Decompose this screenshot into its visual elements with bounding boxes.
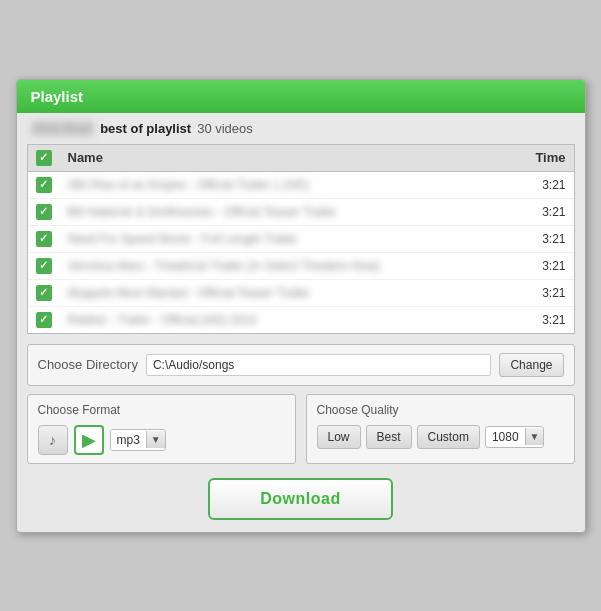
- format-controls: ♪ ▶ mp3 ▼: [38, 425, 285, 455]
- format-value-label: mp3: [111, 430, 146, 450]
- row-time-1: 3:21: [516, 205, 566, 219]
- format-panel: Choose Format ♪ ▶ mp3 ▼: [27, 394, 296, 464]
- header-time-col: Time: [516, 150, 566, 165]
- select-all-checkbox[interactable]: [36, 150, 52, 166]
- table-row: Bill Haberstr & Smithsonian - Official T…: [28, 199, 574, 226]
- custom-quality-button[interactable]: Custom: [417, 425, 480, 449]
- header-name-col: Name: [68, 150, 516, 165]
- download-button[interactable]: Download: [208, 478, 392, 520]
- change-directory-button[interactable]: Change: [499, 353, 563, 377]
- title-label: Playlist: [31, 88, 84, 105]
- download-area: Download: [17, 464, 585, 532]
- row-name-0: 360 Rise of an Empire - Official Trailer…: [68, 178, 516, 192]
- row-name-5: Riddick - Trailer - Official (HD) 2014: [68, 313, 516, 327]
- quality-value-label: 1080: [486, 427, 525, 447]
- row-checkbox-4[interactable]: [36, 285, 52, 301]
- row-checkbox-cell: [36, 177, 68, 193]
- directory-label: Choose Directory: [38, 357, 138, 372]
- row-time-4: 3:21: [516, 286, 566, 300]
- row-checkbox-3[interactable]: [36, 258, 52, 274]
- low-quality-button[interactable]: Low: [317, 425, 361, 449]
- directory-section: Choose Directory Change: [27, 344, 575, 386]
- table-rows-container: 360 Rise of an Empire - Official Trailer…: [28, 172, 574, 333]
- row-checkbox-cell: [36, 312, 68, 328]
- quality-dropdown-arrow[interactable]: ▼: [525, 428, 544, 445]
- row-checkbox-5[interactable]: [36, 312, 52, 328]
- quality-controls: Low Best Custom 1080 ▼: [317, 425, 564, 449]
- quality-panel: Choose Quality Low Best Custom 1080 ▼: [306, 394, 575, 464]
- playlist-table: Name Time 360 Rise of an Empire - Offici…: [27, 144, 575, 334]
- playlist-count: 30 videos: [197, 121, 253, 136]
- row-checkbox-2[interactable]: [36, 231, 52, 247]
- best-quality-button[interactable]: Best: [366, 425, 412, 449]
- row-time-3: 3:21: [516, 259, 566, 273]
- row-name-3: Veronica Mars - Theatrical Trailer (In S…: [68, 259, 516, 273]
- row-name-4: Muppets Most Wanted - Official Teaser Tr…: [68, 286, 516, 300]
- row-checkbox-cell: [36, 258, 68, 274]
- table-header: Name Time: [28, 145, 574, 172]
- quality-panel-label: Choose Quality: [317, 403, 564, 417]
- table-row: Muppets Most Wanted - Official Teaser Tr…: [28, 280, 574, 307]
- format-panel-label: Choose Format: [38, 403, 285, 417]
- row-name-1: Bill Haberstr & Smithsonian - Official T…: [68, 205, 516, 219]
- table-row: Need For Speed Movie - Full Length Trail…: [28, 226, 574, 253]
- row-checkbox-cell: [36, 285, 68, 301]
- playlist-owner: Rick Ruyt: [31, 121, 95, 136]
- playlist-name: best of playlist: [100, 121, 191, 136]
- table-row: Riddick - Trailer - Official (HD) 2014 3…: [28, 307, 574, 333]
- main-window: Playlist Rick Ruyt best of playlist 30 v…: [16, 79, 586, 533]
- format-select-wrapper: mp3 ▼: [110, 429, 166, 451]
- row-time-2: 3:21: [516, 232, 566, 246]
- row-time-5: 3:21: [516, 313, 566, 327]
- play-icon-button[interactable]: ▶: [74, 425, 104, 455]
- header-check-col: [36, 150, 68, 166]
- music-note-icon: ♪: [49, 432, 56, 448]
- format-dropdown-arrow[interactable]: ▼: [146, 431, 165, 448]
- row-time-0: 3:21: [516, 178, 566, 192]
- row-name-2: Need For Speed Movie - Full Length Trail…: [68, 232, 516, 246]
- playlist-info: Rick Ruyt best of playlist 30 videos: [17, 113, 585, 144]
- title-bar: Playlist: [17, 80, 585, 113]
- row-checkbox-1[interactable]: [36, 204, 52, 220]
- play-circle-icon: ▶: [82, 429, 96, 451]
- audio-icon-button[interactable]: ♪: [38, 425, 68, 455]
- bottom-panels: Choose Format ♪ ▶ mp3 ▼ Choose Quality L…: [27, 394, 575, 464]
- row-checkbox-cell: [36, 231, 68, 247]
- table-row: Veronica Mars - Theatrical Trailer (In S…: [28, 253, 574, 280]
- table-row: 360 Rise of an Empire - Official Trailer…: [28, 172, 574, 199]
- row-checkbox-0[interactable]: [36, 177, 52, 193]
- quality-select-wrapper: 1080 ▼: [485, 426, 545, 448]
- directory-input[interactable]: [146, 354, 492, 376]
- row-checkbox-cell: [36, 204, 68, 220]
